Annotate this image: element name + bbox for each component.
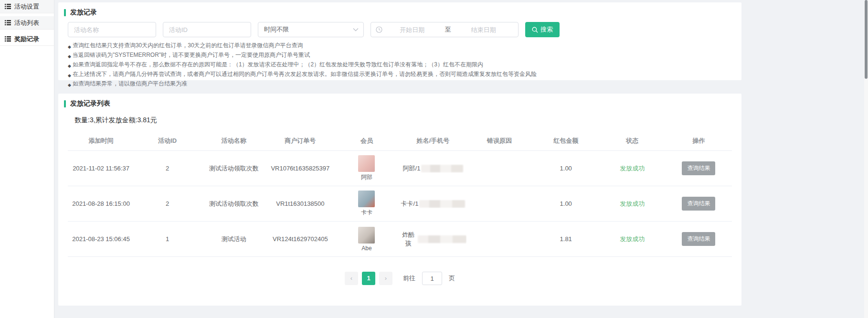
name-phone-text: 阿部/1 bbox=[403, 164, 421, 173]
member-name: Abe bbox=[361, 245, 371, 252]
name-phone-text: 卡卡/1 bbox=[401, 200, 419, 208]
end-date-input[interactable] bbox=[454, 26, 514, 33]
records-list-card: 发放记录列表 数量:3,累计发放金额:3.81元 添加时间 活动ID 活动名称 … bbox=[58, 94, 741, 306]
search-button[interactable]: 搜索 bbox=[525, 22, 560, 37]
cell-activity-name: 测试活动领取次数 bbox=[201, 200, 267, 208]
cell-member: Abe bbox=[333, 227, 400, 252]
vertical-scrollbar[interactable] bbox=[864, 0, 868, 318]
goto-page-input[interactable] bbox=[422, 272, 442, 285]
cell-amount: 1.00 bbox=[533, 200, 599, 207]
cell-added-time: 2021-08-23 15:06:45 bbox=[68, 235, 134, 243]
cell-status: 发放成功 bbox=[599, 164, 666, 173]
cell-activity-id: 2 bbox=[134, 200, 201, 207]
column-header-amount: 红包金额 bbox=[533, 137, 599, 145]
cell-action: 查询结果 bbox=[666, 232, 732, 246]
magnifier-icon bbox=[532, 27, 538, 33]
prev-page-button[interactable]: ‹ bbox=[345, 272, 358, 285]
list-title: 发放记录列表 bbox=[70, 99, 110, 108]
card-title-row: 发放记录列表 bbox=[58, 94, 741, 108]
diamond-bullet-icon: ◆ bbox=[68, 43, 71, 51]
column-header-order-no: 商户订单号 bbox=[267, 137, 333, 145]
member-avatar bbox=[358, 191, 375, 207]
page-unit-label: 页 bbox=[449, 274, 455, 283]
note-text: 如果查询返回指定单号不存在，那么数据不存在的原因可能是：（1）发放请求还在处理中… bbox=[73, 61, 483, 69]
column-header-status: 状态 bbox=[599, 137, 666, 145]
time-filter-select[interactable]: 时间不限 bbox=[258, 22, 364, 37]
cell-action: 查询结果 bbox=[666, 197, 732, 211]
member-name: 卡卡 bbox=[361, 209, 372, 217]
member-avatar bbox=[358, 155, 375, 172]
cell-member: 阿部 bbox=[333, 155, 400, 181]
note-text: 如查询结果异常，请以微信商户平台结果为准 bbox=[73, 80, 187, 88]
goto-label: 前往 bbox=[403, 274, 415, 283]
next-page-button[interactable]: › bbox=[379, 272, 392, 285]
cell-activity-id: 1 bbox=[134, 235, 201, 243]
cell-activity-name: 测试活动领取次数 bbox=[201, 164, 267, 173]
table-row: 2021-08-23 15:06:45 1 测试活动 VR124t1629702… bbox=[68, 222, 732, 257]
search-button-label: 搜索 bbox=[540, 25, 553, 34]
member-avatar bbox=[358, 227, 375, 244]
diamond-bullet-icon: ◆ bbox=[68, 72, 71, 80]
query-result-button[interactable]: 查询结果 bbox=[682, 161, 715, 175]
sidebar-item-reward-records[interactable]: 奖励记录 bbox=[0, 32, 54, 46]
member-name: 阿部 bbox=[361, 173, 372, 181]
list-icon bbox=[5, 36, 11, 42]
redacted-phone-blur bbox=[421, 165, 463, 172]
column-header-error-reason: 错误原因 bbox=[466, 137, 533, 145]
note-line: ◆ 如查询结果异常，请以微信商户平台结果为准 bbox=[68, 80, 741, 89]
list-icon bbox=[5, 20, 11, 25]
page-number-button[interactable]: 1 bbox=[362, 272, 375, 285]
sidebar: 活动设置 活动列表 奖励记录 bbox=[0, 0, 54, 318]
column-header-action: 操作 bbox=[666, 137, 732, 145]
note-text: 在上述情况下，请商户隔几分钟再尝试查询，或者商户可以通过相同的商户订单号再次发起… bbox=[73, 70, 537, 78]
records-summary: 数量:3,累计发放金额:3.81元 bbox=[74, 116, 741, 125]
cell-name-phone: 炸酷孩 bbox=[400, 231, 466, 248]
cell-amount: 1.81 bbox=[533, 235, 599, 243]
sidebar-item-label: 活动设置 bbox=[14, 2, 39, 11]
cell-name-phone: 阿部/1 bbox=[400, 164, 466, 173]
date-range-picker[interactable]: 至 bbox=[370, 22, 519, 37]
note-line: ◆ 查询红包结果只支持查询30天内的红包订单，30天之前的红包订单请登录微信商户… bbox=[68, 42, 741, 51]
diamond-bullet-icon: ◆ bbox=[68, 81, 71, 89]
table-row: 2021-11-02 11:56:37 2 测试活动领取次数 VR1076t16… bbox=[68, 151, 732, 186]
notes-list: ◆ 查询红包结果只支持查询30天内的红包订单，30天之前的红包订单请登录微信商户… bbox=[68, 42, 741, 89]
column-header-member: 会员 bbox=[333, 137, 400, 145]
date-separator: 至 bbox=[442, 25, 454, 34]
column-header-activity-id: 活动ID bbox=[134, 137, 201, 145]
redacted-phone-blur bbox=[418, 235, 466, 243]
table-row: 2021-08-28 16:15:00 2 测试活动领取次数 VR1t16301… bbox=[68, 186, 732, 222]
main-content: 发放记录 时间不限 至 bbox=[54, 0, 864, 318]
note-line: ◆ 如果查询返回指定单号不存在，那么数据不存在的原因可能是：（1）发放请求还在处… bbox=[68, 61, 741, 70]
page-title: 发放记录 bbox=[70, 8, 97, 17]
scrollbar-thumb[interactable] bbox=[865, 0, 868, 79]
note-line: ◆ 当返回错误码为"SYSTEMERROR"时，请不要更换商户订单号，一定要使用… bbox=[68, 51, 741, 61]
cell-order-no: VR1t1630138500 bbox=[267, 200, 333, 207]
pagination: ‹ 1 › 前往 页 bbox=[58, 272, 741, 285]
activity-id-input[interactable] bbox=[163, 22, 251, 37]
card-title-row: 发放记录 bbox=[58, 2, 741, 17]
title-accent-bar bbox=[64, 9, 66, 16]
column-header-activity-name: 活动名称 bbox=[201, 137, 267, 145]
cell-status: 发放成功 bbox=[599, 235, 666, 244]
cell-name-phone: 卡卡/1 bbox=[400, 200, 466, 208]
sidebar-item-activity-list[interactable]: 活动列表 bbox=[0, 16, 54, 30]
name-phone-text: 炸酷孩 bbox=[400, 231, 416, 248]
activity-name-input[interactable] bbox=[68, 22, 156, 37]
sidebar-item-activity-settings[interactable]: 活动设置 bbox=[0, 0, 54, 13]
query-result-button[interactable]: 查询结果 bbox=[682, 197, 715, 211]
cell-added-time: 2021-11-02 11:56:37 bbox=[68, 165, 134, 172]
query-result-button[interactable]: 查询结果 bbox=[682, 232, 715, 246]
table-header-row: 添加时间 活动ID 活动名称 商户订单号 会员 姓名/手机号 错误原因 红包金额… bbox=[68, 131, 732, 151]
distribution-records-card: 发放记录 时间不限 至 bbox=[58, 2, 741, 80]
note-text: 当返回错误码为"SYSTEMERROR"时，请不要更换商户订单号，一定要使用原商… bbox=[73, 51, 310, 59]
diamond-bullet-icon: ◆ bbox=[68, 53, 71, 61]
column-header-added-time: 添加时间 bbox=[68, 137, 134, 145]
filter-bar: 时间不限 至 搜索 bbox=[68, 22, 741, 37]
start-date-input[interactable] bbox=[382, 26, 442, 33]
column-header-name-phone: 姓名/手机号 bbox=[400, 137, 466, 145]
diamond-bullet-icon: ◆ bbox=[68, 62, 71, 70]
cell-order-no: VR124t1629702405 bbox=[267, 235, 333, 243]
cell-activity-id: 2 bbox=[134, 165, 201, 172]
sidebar-item-label: 活动列表 bbox=[14, 19, 39, 27]
records-table: 添加时间 活动ID 活动名称 商户订单号 会员 姓名/手机号 错误原因 红包金额… bbox=[68, 131, 732, 257]
